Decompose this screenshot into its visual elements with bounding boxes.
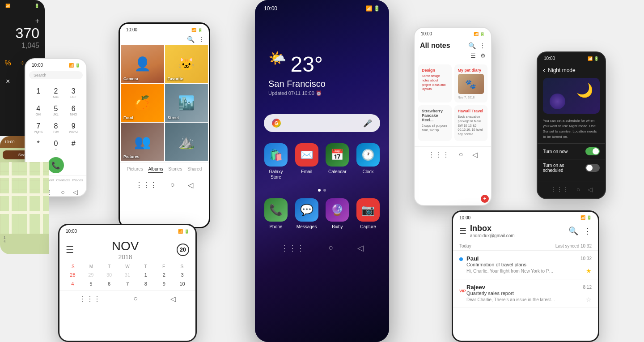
album-street[interactable]: 🏙️ Street: [165, 84, 208, 122]
notes-nav-recent[interactable]: ◁: [472, 150, 478, 159]
app-clock[interactable]: 🕐 Clock: [356, 143, 380, 180]
nav-recent-btn[interactable]: ◁: [73, 188, 78, 196]
calendar-menu-icon[interactable]: ☰: [66, 244, 74, 255]
cal-day-29[interactable]: 29: [82, 271, 100, 279]
gallery-nav-recent[interactable]: ◁: [188, 181, 193, 189]
app-calendar[interactable]: 📅 Calendar: [326, 143, 350, 180]
cal-nav-home[interactable]: ○: [133, 295, 138, 303]
dial-key-0[interactable]: 0+: [47, 137, 64, 154]
cal-day-4[interactable]: 4: [64, 280, 81, 288]
album-food[interactable]: 🍊 Food: [121, 84, 164, 122]
tab-contacts[interactable]: Contacts: [56, 178, 71, 182]
nav-recent[interactable]: ◁: [357, 243, 364, 253]
dialer-signal: 📶🔋: [69, 63, 80, 68]
email-paul-time: 10:32: [580, 256, 592, 261]
email-item-rajeev[interactable]: VIP Rajeev 8:12 Quarterly sales report D…: [453, 279, 598, 308]
inbox-search-icon[interactable]: 🔍: [568, 226, 578, 236]
dial-key-8[interactable]: 8TUV: [47, 120, 64, 136]
cal-day-30[interactable]: 30: [101, 271, 118, 279]
app-capture[interactable]: 📷 Capture: [356, 198, 380, 230]
notes-nav-back[interactable]: ⋮⋮⋮: [428, 150, 449, 159]
cal-day-2[interactable]: 2: [155, 271, 173, 279]
app-messages[interactable]: 💬 Messages: [295, 198, 319, 230]
google-search-bar[interactable]: G 🎤: [264, 114, 380, 132]
nav-back[interactable]: ⋮⋮⋮: [280, 243, 305, 253]
cal-day-9[interactable]: 9: [155, 280, 173, 288]
email-rajeev-star[interactable]: ☆: [586, 296, 592, 303]
notes-sort-icon[interactable]: ⚙: [480, 52, 486, 59]
cal-day-3[interactable]: 3: [174, 271, 191, 279]
notes-search-icon[interactable]: 🔍: [468, 42, 476, 49]
note-design[interactable]: Design Some design notes about project i…: [418, 64, 452, 103]
note-pet-diary[interactable]: My pet diary 🐾 Nov 7, 2018: [454, 64, 488, 103]
calc-btn-percent[interactable]: %: [1, 54, 15, 72]
night-nav-home[interactable]: ○: [576, 186, 580, 193]
dial-key-star[interactable]: *: [30, 137, 47, 154]
calendar-today-badge[interactable]: 20: [177, 244, 189, 256]
dial-key-7[interactable]: 7PQRS: [30, 120, 47, 136]
tab-places[interactable]: Places: [72, 178, 83, 182]
app-phone[interactable]: 📞 Phone: [264, 198, 288, 230]
inbox-more-icon[interactable]: ⋮: [584, 226, 592, 236]
inbox-last-synced: Last synced 10:32: [555, 244, 592, 248]
cal-nav-recent[interactable]: ◁: [170, 295, 176, 303]
night-nav-back[interactable]: ⋮⋮⋮: [550, 186, 569, 193]
note-design-text: Some design notes about project ideas an…: [422, 74, 448, 91]
gallery-nav-back[interactable]: ⋮⋮⋮: [136, 181, 157, 189]
inbox-menu-icon[interactable]: ☰: [459, 226, 466, 236]
cal-day-10[interactable]: 10: [174, 280, 191, 288]
email-paul-star[interactable]: ★: [586, 267, 592, 274]
dial-key-9[interactable]: 9WXYZ: [65, 120, 82, 136]
inbox-phone: 10:00 📶🔋 ☰ Inbox androidux@gmail.com 🔍 ⋮…: [452, 210, 599, 342]
notes-nav-home[interactable]: ○: [459, 150, 463, 159]
nav-home-btn[interactable]: ○: [61, 188, 64, 196]
album-favorite[interactable]: 🐱 Favorite: [165, 45, 208, 83]
album-pictures[interactable]: 👥 Pictures: [121, 123, 164, 161]
cal-day-28[interactable]: 28: [64, 271, 81, 279]
email-item-paul[interactable]: Paul 10:32 Confirmation of travel plans …: [453, 251, 598, 279]
gallery-nav-home[interactable]: ○: [170, 181, 175, 189]
notes-menu-icon[interactable]: ☰: [470, 52, 476, 59]
album-mountains[interactable]: ⛰️: [165, 123, 208, 161]
cal-day-1[interactable]: 1: [137, 271, 154, 279]
night-nav-recent[interactable]: ◁: [588, 186, 593, 193]
cal-day-7[interactable]: 7: [119, 280, 136, 288]
app-email[interactable]: ✉️ Email: [295, 143, 319, 180]
cal-day-8[interactable]: 8: [137, 280, 154, 288]
gallery-tab-albums[interactable]: Albums: [148, 167, 163, 173]
call-button[interactable]: 📞: [48, 157, 64, 173]
dial-key-6[interactable]: 6MNO: [65, 102, 82, 119]
gallery-status-bar: 10:00 📶🔋: [120, 24, 209, 34]
dial-key-2[interactable]: 2ABC: [47, 85, 64, 101]
calc-btn-x[interactable]: ×: [1, 73, 15, 90]
dial-key-4[interactable]: 4GHI: [30, 102, 47, 119]
dial-key-1[interactable]: 1: [30, 85, 47, 101]
note-pancake[interactable]: Strawberry Pancake Reci... 2 cups all-pu…: [418, 105, 452, 141]
night-toggle-scheduled[interactable]: [585, 164, 600, 172]
nav-home[interactable]: ○: [329, 243, 334, 253]
gallery-tab-pictures[interactable]: Pictures: [127, 167, 143, 173]
album-street-label: Street: [168, 115, 179, 120]
gallery-toolbar: 🔍 ⋮: [120, 34, 209, 45]
dialer-search[interactable]: Search: [29, 71, 83, 79]
dial-key-3[interactable]: 3DEF: [65, 85, 82, 101]
note-add-btn[interactable]: +: [481, 195, 489, 203]
dial-key-hash[interactable]: #: [65, 137, 82, 154]
cal-day-6[interactable]: 6: [101, 280, 118, 288]
night-toggle-on[interactable]: [585, 147, 600, 155]
app-galaxy-store[interactable]: 🛍️ GalaxyStore: [264, 143, 288, 180]
note-hawaii-text: Book a vacation package to Maui. SW 10-1…: [458, 115, 484, 137]
dial-key-5[interactable]: 5JKL: [47, 102, 64, 119]
cal-day-5[interactable]: 5: [82, 280, 100, 288]
cal-day-31[interactable]: 31: [119, 271, 136, 279]
cal-nav-back[interactable]: ⋮⋮⋮: [79, 295, 101, 303]
gallery-tab-shared[interactable]: Shared: [187, 167, 202, 173]
app-bixby[interactable]: 🔮 Bixby: [326, 198, 350, 230]
note-hawaii[interactable]: Hawaii Travel Book a vacation package to…: [454, 105, 488, 141]
night-back-btn[interactable]: ‹: [543, 66, 545, 74]
notes-more-icon[interactable]: ⋮: [479, 42, 486, 49]
gallery-more-icon[interactable]: ⋮: [198, 36, 204, 43]
gallery-search-icon[interactable]: 🔍: [187, 36, 195, 43]
gallery-tab-stories[interactable]: Stories: [168, 167, 182, 173]
album-camera[interactable]: 👤 Camera: [121, 45, 164, 83]
